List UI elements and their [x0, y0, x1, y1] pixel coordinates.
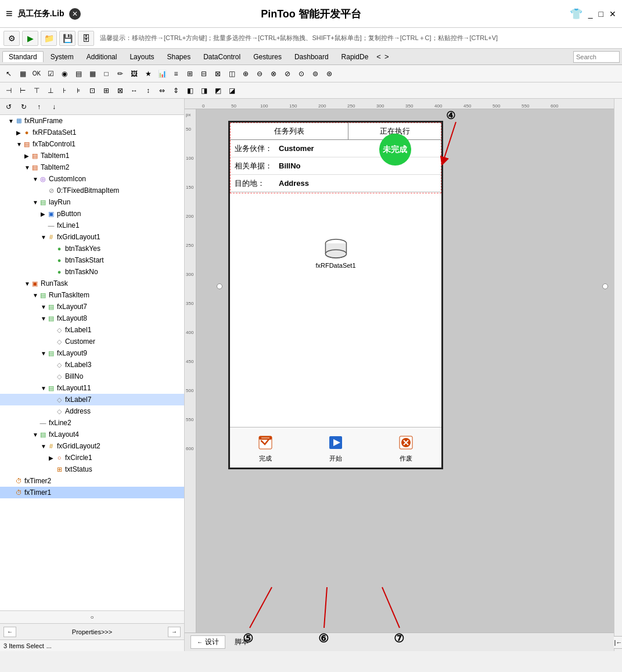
nav-right-button[interactable]: →: [168, 627, 181, 637]
tool-btn-image[interactable]: 🖼: [128, 67, 141, 80]
align-btn-7[interactable]: ⊡: [86, 84, 99, 97]
toolbar-btn-save[interactable]: 💾: [59, 31, 75, 46]
align-btn-6[interactable]: ⊧: [72, 84, 85, 97]
close-window-button[interactable]: ✕: [609, 9, 616, 19]
toolbar-btn-db[interactable]: 🗄: [78, 31, 94, 46]
toolbar-btn-run[interactable]: ▶: [22, 31, 38, 46]
tree-item-fxLabel1[interactable]: ◇ fxLabel1: [0, 324, 184, 336]
tool-btn-more3[interactable]: ⊟: [197, 67, 210, 80]
design-tab[interactable]: ← 设计: [190, 635, 225, 649]
shirt-icon[interactable]: 👕: [570, 8, 583, 20]
tab-next-button[interactable]: >: [384, 52, 389, 61]
tree-item-fxTabControl1[interactable]: ▼ ▤ fxTabControl1: [0, 138, 184, 150]
tab-prev-button[interactable]: <: [376, 52, 381, 61]
tree-item-btnTaskYes[interactable]: ● btnTaskYes: [0, 243, 184, 254]
tool-btn-layout[interactable]: ▤: [72, 67, 85, 80]
tool-btn-more8[interactable]: ⊗: [267, 67, 280, 80]
align-btn-9[interactable]: ⊠: [114, 84, 127, 97]
tool-btn-more5[interactable]: ◫: [225, 67, 238, 80]
tool-btn-grid[interactable]: ▦: [86, 67, 99, 80]
tab-shapes[interactable]: Shapes: [161, 52, 196, 62]
tab-rapidde[interactable]: RapidDe: [336, 52, 375, 62]
align-btn-12[interactable]: ⇔: [156, 84, 168, 97]
tool-btn-more11[interactable]: ⊚: [309, 67, 322, 80]
tree-item-Address[interactable]: ◇ Address: [0, 405, 184, 417]
tree-item-TabItem2[interactable]: ▼ ▤ TabItem2: [0, 161, 184, 173]
tree-item-fxLabel3[interactable]: ◇ fxLabel3: [0, 359, 184, 371]
tree-item-TabItem1[interactable]: ▶ ▤ TabItem1: [0, 150, 184, 161]
tree-item-fxLayout8[interactable]: ▼ ▤ fxLayout8: [0, 312, 184, 324]
tab-dashboard[interactable]: Dashboard: [289, 52, 335, 62]
tool-btn-more9[interactable]: ⊘: [281, 67, 294, 80]
tree-item-fxLayout9[interactable]: ▼ ▤ fxLayout9: [0, 347, 184, 359]
tool-btn-select[interactable]: ▦: [16, 67, 29, 80]
align-btn-1[interactable]: ⊣: [2, 84, 15, 97]
tree-item-RunTaskItem[interactable]: ▼ ▤ RunTaskItem: [0, 289, 184, 301]
toolbar-btn-1[interactable]: ⚙: [3, 31, 20, 46]
tree-item-bitmap[interactable]: ⊘ 0:TFixedBitmapItem: [0, 185, 184, 196]
tab-additional[interactable]: Additional: [81, 52, 123, 62]
search-input[interactable]: [573, 51, 620, 63]
tree-forward-btn[interactable]: ↻: [17, 100, 30, 113]
toolbar-btn-open[interactable]: 📁: [41, 31, 57, 46]
tree-item-fxRFDataSet1[interactable]: ▶ ● fxRFDataSet1: [0, 127, 184, 138]
tree-item-fxTimer1[interactable]: ⏱ fxTimer1: [0, 487, 184, 498]
tab-standard[interactable]: Standard: [2, 51, 44, 62]
tool-btn-more2[interactable]: ⊞: [184, 67, 196, 80]
align-btn-8[interactable]: ⊞: [100, 84, 113, 97]
tree-down-btn[interactable]: ↓: [48, 100, 60, 113]
tree-item-CustomIcon[interactable]: ▼ ◎ CustomIcon: [0, 173, 184, 185]
tree-item-RunTask[interactable]: ▼ ▣ RunTask: [0, 278, 184, 289]
align-btn-11[interactable]: ↕: [142, 84, 154, 97]
tab-datacontrol[interactable]: DataControl: [197, 52, 246, 62]
tree-back-btn[interactable]: ↺: [2, 100, 15, 113]
tree-item-pButton[interactable]: ▶ ▣ pButton: [0, 208, 184, 220]
tree-item-fxCircle1[interactable]: ▶ ○ fxCircle1: [0, 452, 184, 463]
minimize-button[interactable]: _: [588, 9, 593, 19]
align-btn-3[interactable]: ⊤: [30, 84, 43, 97]
tree-item-fxLine1[interactable]: — fxLine1: [0, 220, 184, 231]
tool-btn-check[interactable]: ☑: [44, 67, 57, 80]
properties-link[interactable]: Properties>>>: [19, 628, 166, 635]
tree-item-fxLabel7[interactable]: ◇ fxLabel7: [0, 394, 184, 405]
tree-item-layRun[interactable]: ▼ ▤ layRun: [0, 196, 184, 208]
tool-btn-pencil[interactable]: ✏: [114, 67, 127, 80]
tool-btn-more6[interactable]: ⊕: [239, 67, 252, 80]
tab-layouts[interactable]: Layouts: [124, 52, 160, 62]
tab-system[interactable]: System: [45, 52, 80, 62]
tree-item-txtStatus[interactable]: ⊞ txtStatus: [0, 463, 184, 475]
nav-left-button[interactable]: ←: [3, 627, 16, 637]
align-btn-13[interactable]: ⇕: [170, 84, 182, 97]
tool-btn-more7[interactable]: ⊖: [253, 67, 266, 80]
tool-btn-graph[interactable]: 📊: [156, 67, 168, 80]
align-btn-17[interactable]: ◪: [225, 84, 238, 97]
btn-complete[interactable]: 完成: [255, 432, 276, 463]
tree-up-btn[interactable]: ↑: [33, 100, 45, 113]
tool-btn-cursor[interactable]: ↖: [2, 67, 15, 80]
tool-btn-more10[interactable]: ⊙: [295, 67, 308, 80]
tree-item-fxLayout7[interactable]: ▼ ▤ fxLayout7: [0, 301, 184, 312]
align-btn-2[interactable]: ⊢: [16, 84, 29, 97]
tree-item-fxLine2[interactable]: — fxLine2: [0, 417, 184, 429]
tree-item-BillNo[interactable]: ◇ BillNo: [0, 371, 184, 382]
align-btn-16[interactable]: ◩: [211, 84, 224, 97]
btn-cancel[interactable]: 作废: [396, 432, 416, 463]
tree-item-fxLayout11[interactable]: ▼ ▤ fxLayout11: [0, 382, 184, 394]
tree-item-fxRunFrame[interactable]: ▼ ⊞ fxRunFrame: [0, 115, 184, 127]
tree-item-Customer[interactable]: ◇ Customer: [0, 336, 184, 347]
tool-btn-more4[interactable]: ⊠: [211, 67, 224, 80]
align-btn-14[interactable]: ◧: [184, 84, 196, 97]
tool-btn-star[interactable]: ★: [142, 67, 154, 80]
align-btn-5[interactable]: ⊦: [58, 84, 71, 97]
close-lib-button[interactable]: ✕: [69, 8, 81, 20]
btn-start[interactable]: 开始: [325, 432, 346, 463]
tree-item-fxTimer2[interactable]: ⏱ fxTimer2: [0, 475, 184, 487]
align-btn-15[interactable]: ◨: [197, 84, 210, 97]
tree-item-fxLayout4[interactable]: ▼ ▤ fxLayout4: [0, 429, 184, 440]
tool-btn-ok[interactable]: OK: [30, 67, 43, 80]
tool-btn-more12[interactable]: ⊛: [323, 67, 336, 80]
align-btn-4[interactable]: ⊥: [44, 84, 57, 97]
tool-btn-square[interactable]: □: [100, 67, 113, 80]
maximize-button[interactable]: □: [599, 9, 603, 19]
tool-btn-radio[interactable]: ◉: [58, 67, 71, 80]
